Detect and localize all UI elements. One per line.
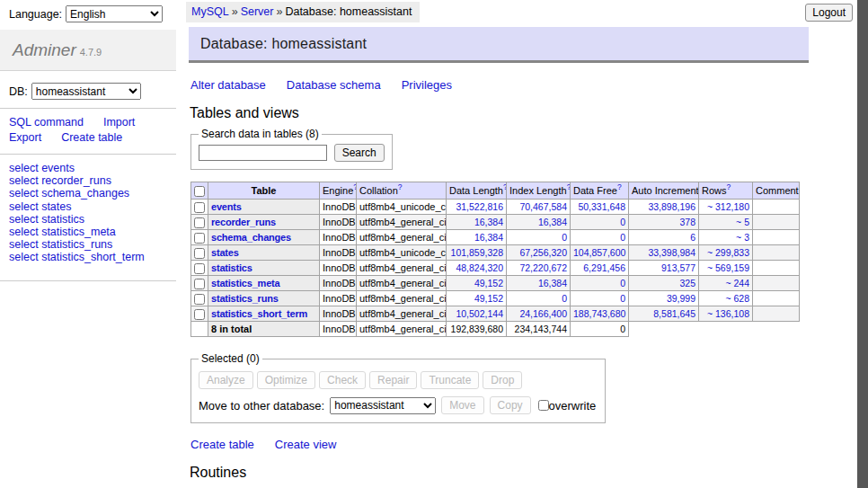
table-name-link[interactable]: recorder_runs <box>211 217 276 227</box>
auto-increment-link[interactable]: 33,898,196 <box>648 201 695 212</box>
row-checkbox[interactable] <box>194 294 205 305</box>
help-link[interactable]: ? <box>567 182 571 191</box>
data-length-link[interactable]: 10,502,144 <box>456 308 503 319</box>
help-link[interactable]: ? <box>799 182 800 191</box>
sidebar-item-select-events[interactable]: select events <box>9 162 176 174</box>
rows-count-link[interactable]: ~ 244 <box>725 278 749 288</box>
data-length-link[interactable]: 101,859,328 <box>451 247 503 258</box>
data-length-link[interactable]: 49,152 <box>474 293 503 304</box>
data-free-link[interactable]: 0 <box>620 232 625 243</box>
table-name-link[interactable]: statistics_meta <box>211 278 280 288</box>
row-checkbox[interactable] <box>194 279 205 289</box>
data-length-link[interactable]: 49,152 <box>474 278 503 288</box>
copy-button[interactable]: Copy <box>490 396 531 414</box>
auto-increment-link[interactable]: 8,581,645 <box>653 308 695 319</box>
table-name-link[interactable]: events <box>211 201 242 212</box>
repair-button[interactable]: Repair <box>369 371 417 389</box>
data-length-link[interactable]: 31,522,816 <box>456 201 503 212</box>
help-link[interactable]: ? <box>503 182 507 191</box>
data-free-link[interactable]: 6,291,456 <box>583 262 625 273</box>
logout-button[interactable]: Logout <box>805 4 853 22</box>
scrollbar[interactable] <box>857 0 868 488</box>
index-length-link[interactable]: 67,256,320 <box>519 247 567 258</box>
index-length-link[interactable]: 24,166,400 <box>519 308 567 319</box>
rows-count-link[interactable]: ~ 3 <box>736 232 749 243</box>
table-name-link[interactable]: statistics <box>211 262 252 273</box>
table-name-link[interactable]: statistics_short_term <box>211 308 307 319</box>
data-free-link[interactable]: 0 <box>620 278 625 288</box>
import-link[interactable]: Import <box>103 116 135 129</box>
main-content: Database: homeassistant Alter databaseDa… <box>189 27 809 488</box>
table-name-link[interactable]: statistics_runs <box>211 293 279 304</box>
analyze-button[interactable]: Analyze <box>199 371 253 389</box>
language-select[interactable]: English <box>66 5 163 22</box>
index-length-link[interactable]: 0 <box>562 232 567 243</box>
data-free-link[interactable]: 50,331,648 <box>578 201 625 212</box>
row-checkbox[interactable] <box>194 309 205 320</box>
row-checkbox[interactable] <box>194 202 205 213</box>
create-table-link-sidebar[interactable]: Create table <box>61 131 122 144</box>
privileges-link[interactable]: Privileges <box>402 78 452 92</box>
data-length-link[interactable]: 16,384 <box>474 232 503 243</box>
row-checkbox[interactable] <box>194 248 205 259</box>
table-name-link[interactable]: schema_changes <box>211 232 291 243</box>
move-button[interactable]: Move <box>441 396 483 414</box>
sidebar-item-select-schema-changes[interactable]: select schema_changes <box>9 187 176 200</box>
index-length-link[interactable]: 16,384 <box>538 278 567 288</box>
index-length-link[interactable]: 72,220,672 <box>519 262 567 273</box>
rows-count-link[interactable]: ~ 136,108 <box>707 308 749 319</box>
create-table-link[interactable]: Create table <box>190 438 254 451</box>
auto-increment-link[interactable]: 325 <box>679 278 695 288</box>
database-schema-link[interactable]: Database schema <box>287 78 381 92</box>
auto-increment-link[interactable]: 39,999 <box>667 293 695 304</box>
sidebar-item-select-statistics-short-term[interactable]: select statistics_short_term <box>9 251 176 263</box>
data-free-link[interactable]: 0 <box>620 217 625 227</box>
sidebar-item-select-states[interactable]: select states <box>9 200 176 213</box>
row-checkbox[interactable] <box>194 217 205 228</box>
drop-button[interactable]: Drop <box>483 371 522 389</box>
check-button[interactable]: Check <box>319 371 366 389</box>
rows-count-link[interactable]: ~ 569,159 <box>707 262 749 273</box>
index-length-link[interactable]: 0 <box>562 293 567 304</box>
index-length-link[interactable]: 70,467,584 <box>519 201 567 212</box>
breadcrumb-server-link[interactable]: Server <box>241 5 274 18</box>
sidebar-item-select-statistics-runs[interactable]: select statistics_runs <box>9 238 176 251</box>
truncate-button[interactable]: Truncate <box>421 371 479 389</box>
help-link[interactable]: ? <box>727 182 731 191</box>
rows-count-link[interactable]: ~ 628 <box>725 293 749 304</box>
index-length-link[interactable]: 16,384 <box>538 217 567 227</box>
search-button[interactable]: Search <box>334 144 385 162</box>
overwrite-checkbox[interactable] <box>538 400 549 411</box>
db-select[interactable]: homeassistant <box>31 83 141 100</box>
sidebar-item-select-statistics-meta[interactable]: select statistics_meta <box>9 226 176 238</box>
optimize-button[interactable]: Optimize <box>257 371 315 389</box>
rows-count-link[interactable]: ~ 299,833 <box>707 247 749 258</box>
help-link[interactable]: ? <box>617 182 622 191</box>
row-checkbox[interactable] <box>194 233 205 244</box>
rows-count-link[interactable]: ~ 5 <box>736 217 749 227</box>
move-database-select[interactable]: homeassistant <box>330 397 436 414</box>
select-all-checkbox[interactable] <box>194 186 205 197</box>
rows-count-link[interactable]: ~ 312,180 <box>707 201 749 212</box>
export-link[interactable]: Export <box>9 131 41 144</box>
data-length-link[interactable]: 48,824,320 <box>456 262 503 273</box>
search-input[interactable] <box>199 145 327 161</box>
data-length-link[interactable]: 16,384 <box>474 217 503 227</box>
data-free-link[interactable]: 0 <box>620 293 625 304</box>
data-free-link[interactable]: 104,857,600 <box>573 247 625 258</box>
create-view-link[interactable]: Create view <box>275 438 337 451</box>
sql-command-link[interactable]: SQL command <box>9 116 84 129</box>
auto-increment-link[interactable]: 6 <box>690 232 695 243</box>
help-link[interactable]: ? <box>398 182 403 191</box>
column-header-index-length: Index Length? <box>507 182 571 200</box>
alter-database-link[interactable]: Alter database <box>190 78 266 92</box>
data-free-link[interactable]: 188,743,680 <box>573 308 625 319</box>
table-name-link[interactable]: states <box>211 247 239 258</box>
breadcrumb-mysql-link[interactable]: MySQL <box>191 5 229 18</box>
row-checkbox[interactable] <box>194 263 205 274</box>
auto-increment-link[interactable]: 913,577 <box>661 262 695 273</box>
sidebar-item-select-statistics[interactable]: select statistics <box>9 213 176 226</box>
auto-increment-link[interactable]: 33,398,984 <box>648 247 695 258</box>
auto-increment-link[interactable]: 378 <box>679 217 695 227</box>
sidebar-item-select-recorder-runs[interactable]: select recorder_runs <box>9 174 176 187</box>
